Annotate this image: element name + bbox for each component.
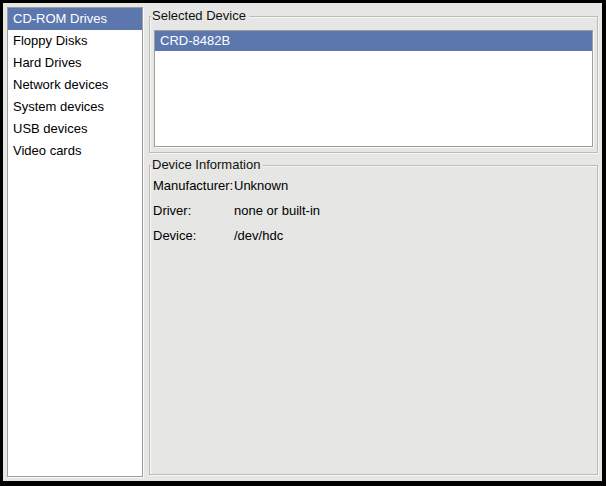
device-information-table: Manufacturer: Unknown Driver: none or bu… [153, 173, 594, 248]
info-value-device: /dev/hdc [234, 223, 594, 248]
info-value-manufacturer: Unknown [234, 173, 594, 198]
device-information-group: Device Information Manufacturer: Unknown… [149, 165, 598, 475]
device-list-item-crd-8482b[interactable]: CRD-8482B [155, 31, 592, 51]
sidebar-item-video-cards[interactable]: Video cards [8, 140, 142, 162]
sidebar-item-network-devices[interactable]: Network devices [8, 74, 142, 96]
sidebar-item-system-devices[interactable]: System devices [8, 96, 142, 118]
info-row-device: Device: /dev/hdc [153, 223, 594, 248]
info-label-driver: Driver: [153, 198, 234, 223]
sidebar-item-hard-drives[interactable]: Hard Drives [8, 52, 142, 74]
info-row-driver: Driver: none or built-in [153, 198, 594, 223]
selected-device-list: CRD-8482B [154, 30, 593, 147]
device-category-list: CD-ROM Drives Floppy Disks Hard Drives N… [7, 7, 143, 477]
info-label-manufacturer: Manufacturer: [153, 173, 234, 198]
info-label-device: Device: [153, 223, 234, 248]
sidebar-item-floppy-disks[interactable]: Floppy Disks [8, 30, 142, 52]
selected-device-group-label: Selected Device [151, 8, 249, 24]
hardware-browser-window: CD-ROM Drives Floppy Disks Hard Drives N… [0, 0, 606, 486]
device-information-group-label: Device Information [151, 157, 263, 173]
sidebar-item-usb-devices[interactable]: USB devices [8, 118, 142, 140]
sidebar-item-cdrom-drives[interactable]: CD-ROM Drives [8, 8, 142, 30]
selected-device-group: Selected Device CRD-8482B [149, 16, 598, 153]
info-value-driver: none or built-in [234, 198, 594, 223]
info-row-manufacturer: Manufacturer: Unknown [153, 173, 594, 198]
